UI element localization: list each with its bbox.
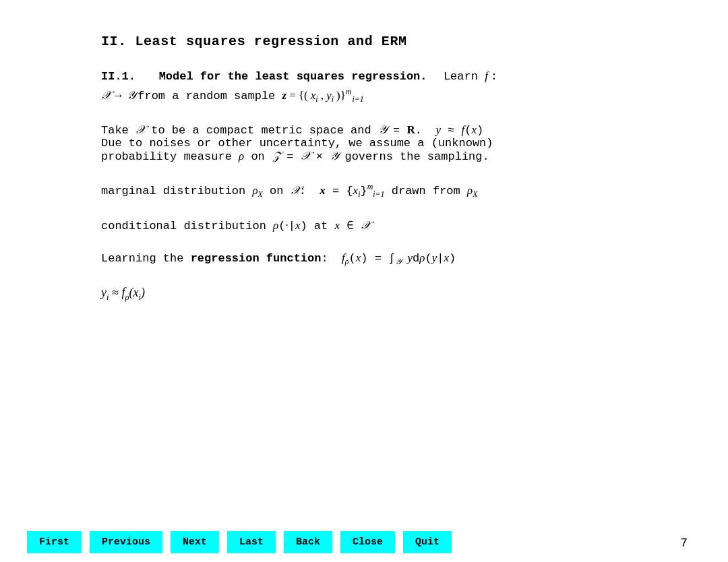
para1-line2: Due to noises or other uncertainty, we a… bbox=[101, 137, 654, 150]
f-symbol: f bbox=[485, 69, 488, 82]
colon-text: : bbox=[491, 70, 497, 83]
z-bold: z bbox=[282, 89, 287, 102]
calx-symbol: 𝒳 bbox=[101, 89, 110, 102]
previous-button[interactable]: Previous bbox=[90, 531, 162, 553]
subsection-number: II.1. bbox=[101, 70, 156, 83]
brace-close: )}mi=1 bbox=[336, 89, 364, 102]
conditional-text: conditional distribution ρ(·|x) at x ∈ 𝒳 bbox=[101, 220, 369, 232]
learning-text: Learning the regression function: fρ(x) … bbox=[101, 252, 456, 265]
subsection-title: Model for the least squares regression. bbox=[159, 70, 441, 83]
learn-text: Learn bbox=[444, 70, 485, 83]
next-button[interactable]: Next bbox=[171, 531, 219, 553]
final-equation: yi ≈ fρ(xi) bbox=[101, 286, 145, 299]
xi-symbol: xi bbox=[311, 89, 318, 102]
back-button[interactable]: Back bbox=[284, 531, 332, 553]
para1-line1: Take 𝒳 to be a compact metric space and … bbox=[101, 123, 654, 137]
yi-symbol: yi bbox=[326, 89, 334, 102]
navigation-bar: First Previous Next Last Back Close Quit… bbox=[0, 522, 728, 562]
comma: , bbox=[321, 89, 327, 102]
quit-button[interactable]: Quit bbox=[403, 531, 452, 553]
page-number: 7 bbox=[680, 536, 688, 550]
marginal-text: marginal distribution ρX on 𝒳: x = {xi}m… bbox=[101, 185, 477, 197]
section-title: II. Least squares regression and ERM bbox=[101, 34, 407, 49]
first-button[interactable]: First bbox=[27, 531, 82, 553]
close-button[interactable]: Close bbox=[340, 531, 395, 553]
arrow-symbol: → bbox=[113, 89, 127, 102]
equals-text: = {( bbox=[289, 89, 308, 102]
main-content: II. Least squares regression and ERM II.… bbox=[0, 0, 728, 356]
caly-symbol: 𝒴 bbox=[127, 89, 135, 102]
from-text: from a random sample bbox=[138, 90, 282, 102]
para1-line3: probability measure ρ on 𝒵 = 𝒳 × 𝒴 gover… bbox=[101, 150, 654, 163]
last-button[interactable]: Last bbox=[227, 531, 276, 553]
